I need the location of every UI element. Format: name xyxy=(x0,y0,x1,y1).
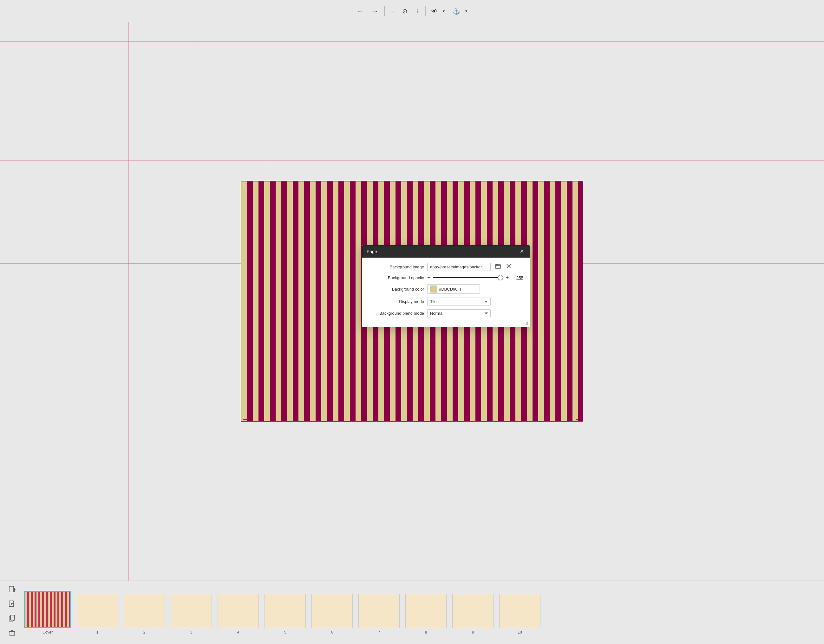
canvas-area: Page ✕ Background image app://presets/im… xyxy=(0,22,824,581)
thumb-page-2[interactable]: 2 xyxy=(124,594,165,635)
page-3-label: 3 xyxy=(190,630,192,635)
link-group: ⚓ ▾ xyxy=(450,6,469,16)
page-10-label: 10 xyxy=(518,630,522,635)
corner-tl xyxy=(243,183,248,188)
zoom-fit-button[interactable]: ⊙ xyxy=(400,6,409,16)
blend-mode-label: Background blend mode xyxy=(369,311,424,316)
corner-tr xyxy=(576,183,581,188)
view-dropdown-button[interactable]: ▾ xyxy=(441,8,447,15)
opacity-value: 255 xyxy=(512,275,523,280)
blend-mode-select[interactable]: Normal Multiply Screen Overlay Darken Li… xyxy=(427,309,490,317)
link-button[interactable]: ⚓ xyxy=(450,6,462,16)
background-opacity-row: Background opacity − + 255 xyxy=(369,275,523,280)
thumb-cover[interactable]: Cover xyxy=(24,591,71,635)
page-canvas[interactable]: Page ✕ Background image app://presets/im… xyxy=(241,181,583,422)
page-8-thumbnail xyxy=(405,594,447,628)
link-dropdown-button[interactable]: ▾ xyxy=(463,8,469,15)
page-3-thumbnail xyxy=(171,594,212,628)
background-image-row: Background image app://presets/images/ba… xyxy=(369,263,523,271)
color-swatch[interactable] xyxy=(430,286,437,292)
page-9-thumbnail xyxy=(452,594,493,628)
delete-page-icon xyxy=(8,629,16,637)
page-6-thumbnail xyxy=(312,594,353,628)
display-mode-label: Display mode xyxy=(369,299,424,304)
corner-bl xyxy=(243,414,248,420)
add-page-icon xyxy=(8,600,16,607)
dialog-title: Page xyxy=(367,249,377,254)
page-insert-tool[interactable] xyxy=(6,583,18,595)
background-image-label: Background image xyxy=(369,264,424,269)
page-1-label: 1 xyxy=(97,630,98,635)
insert-page-icon xyxy=(8,585,16,593)
background-image-folder-button[interactable] xyxy=(494,263,502,271)
opacity-slider[interactable] xyxy=(433,277,503,278)
thumbnails-container: Cover 1 2 3 4 5 6 7 xyxy=(24,587,818,638)
thumb-page-6[interactable]: 6 xyxy=(312,594,353,635)
blend-mode-row: Background blend mode Normal Multiply Sc… xyxy=(369,309,523,317)
dialog-titlebar: Page ✕ xyxy=(362,245,530,258)
svg-rect-3 xyxy=(9,586,14,592)
page-4-label: 4 xyxy=(237,630,240,635)
forward-button[interactable]: → xyxy=(369,6,380,17)
thumb-page-4[interactable]: 4 xyxy=(218,594,259,635)
opacity-minus-button[interactable]: − xyxy=(427,275,430,280)
page-7-label: 7 xyxy=(378,630,380,635)
toolbar: ← → − ⊙ + 👁 ▾ ⚓ ▾ xyxy=(0,0,824,22)
copy-page-icon xyxy=(8,615,16,622)
background-image-clear-button[interactable] xyxy=(505,263,512,270)
cover-label: Cover xyxy=(43,630,53,635)
page-7-thumbnail xyxy=(358,594,400,628)
zoom-in-button[interactable]: + xyxy=(413,6,421,17)
bottom-panel: Cover 1 2 3 4 5 6 7 xyxy=(0,581,824,644)
thumb-page-3[interactable]: 3 xyxy=(171,594,212,635)
cover-thumbnail-image xyxy=(24,591,71,628)
page-9-label: 9 xyxy=(472,630,474,635)
thumb-page-8[interactable]: 8 xyxy=(405,594,447,635)
svg-rect-11 xyxy=(10,631,14,636)
background-opacity-label: Background opacity xyxy=(369,275,424,280)
page-4-thumbnail xyxy=(218,594,259,628)
opacity-controls: − + xyxy=(427,275,509,280)
display-mode-select[interactable]: Tile Stretch Center Fit xyxy=(427,298,490,306)
opacity-plus-button[interactable]: + xyxy=(506,275,509,280)
corner-br xyxy=(576,414,581,420)
page-copy-tool[interactable] xyxy=(6,613,18,624)
page-2-thumbnail xyxy=(124,594,165,628)
dialog-resize-handle[interactable]: ⠿ xyxy=(526,322,529,326)
thumb-page-5[interactable]: 5 xyxy=(264,594,306,635)
thumb-page-1[interactable]: 1 xyxy=(77,594,118,635)
page-2-label: 2 xyxy=(143,630,146,635)
thumb-page-10[interactable]: 10 xyxy=(499,594,540,635)
background-image-value: app://presets/images/backgrour xyxy=(427,263,490,271)
dialog-body: Background image app://presets/images/ba… xyxy=(362,258,530,327)
color-hex-input[interactable] xyxy=(439,287,477,292)
page-add-tool[interactable] xyxy=(6,598,18,609)
clear-icon xyxy=(507,264,511,268)
background-color-row: Background color xyxy=(369,284,523,294)
page-delete-tool[interactable] xyxy=(6,627,18,639)
back-button[interactable]: ← xyxy=(355,6,366,17)
view-group: 👁 ▾ xyxy=(429,6,447,16)
thumb-page-9[interactable]: 9 xyxy=(452,594,493,635)
view-button[interactable]: 👁 xyxy=(429,6,440,16)
svg-rect-10 xyxy=(11,615,15,620)
display-mode-row: Display mode Tile Stretch Center Fit xyxy=(369,298,523,306)
separator-1 xyxy=(384,6,385,16)
page-6-label: 6 xyxy=(331,630,334,635)
zoom-out-button[interactable]: − xyxy=(389,6,397,17)
page-dialog: Page ✕ Background image app://presets/im… xyxy=(362,245,530,327)
separator-2 xyxy=(425,6,426,16)
page-5-thumbnail xyxy=(264,594,306,628)
page-5-label: 5 xyxy=(284,630,286,635)
page-1-thumbnail xyxy=(77,594,118,628)
side-tools xyxy=(6,583,24,639)
folder-icon xyxy=(495,263,501,269)
background-color-label: Background color xyxy=(369,287,424,292)
page-10-thumbnail xyxy=(499,594,540,628)
color-input-group[interactable] xyxy=(427,284,480,294)
svg-rect-0 xyxy=(495,264,501,268)
dialog-close-button[interactable]: ✕ xyxy=(518,248,525,254)
thumb-page-7[interactable]: 7 xyxy=(358,594,400,635)
page-8-label: 8 xyxy=(425,630,427,635)
